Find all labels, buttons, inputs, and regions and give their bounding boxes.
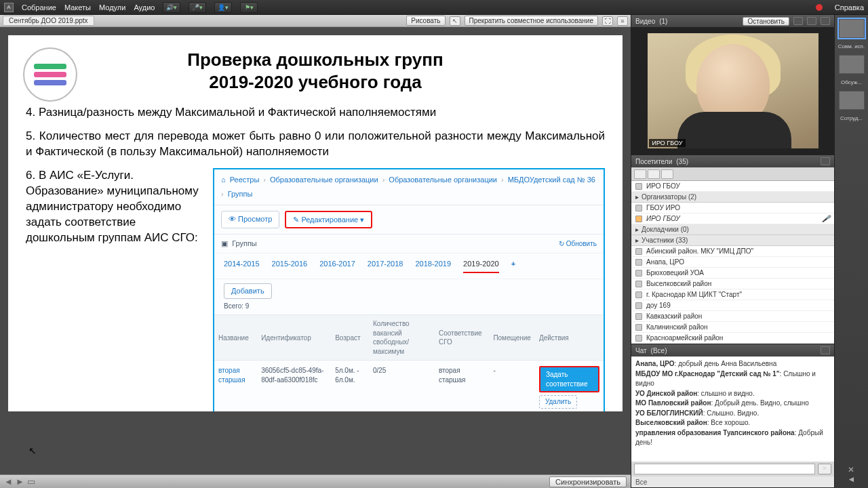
layout-thumbnails: Совм. исп. Обсуж... Сотруд... ✕◄	[834, 15, 868, 488]
attendee-row[interactable]: Брюховецкий УОА	[631, 268, 834, 279]
attendee-row[interactable]: Абинский район. МКУ "ИМЦ ДПО"	[631, 246, 834, 257]
breadcrumb: ⌂ Реестры› Образовательные организации› …	[214, 169, 604, 205]
group-organizers[interactable]: ▸ Организаторы (2)	[631, 192, 834, 203]
fullscreen-icon[interactable]: ⛶	[602, 16, 613, 26]
expand-icon[interactable]: ▣	[221, 239, 228, 249]
chat-input-bar: ➤	[631, 462, 834, 476]
person-icon	[635, 270, 642, 277]
prev-slide-button[interactable]: ◄	[4, 476, 13, 487]
layout-thumb[interactable]	[839, 19, 865, 38]
attendee-row[interactable]: Калининский район	[631, 322, 834, 333]
group-presenters[interactable]: ▸ Докладчики (0)	[631, 224, 834, 235]
attendee-row[interactable]: Красноармейский район	[631, 333, 834, 344]
attendee-view-icon[interactable]	[634, 169, 646, 179]
slide-list-icon[interactable]: ▭	[27, 476, 35, 487]
year-tab-active[interactable]: 2019-2020	[463, 259, 499, 273]
stop-video-button[interactable]: Остановить	[743, 17, 789, 26]
attendee-row[interactable]: Кавказский район	[631, 311, 834, 322]
grid-icon[interactable]	[793, 17, 803, 25]
person-icon	[635, 313, 642, 320]
add-year-button[interactable]: +	[511, 259, 515, 273]
slide-text-6: 6. В АИС «Е-Услуги. Образование» муницип…	[26, 168, 202, 411]
person-icon	[635, 216, 642, 222]
total-label: Всего: 9	[214, 300, 604, 315]
attendee-row[interactable]: ИРО ГБОУ🎤	[631, 214, 834, 224]
chat-messages: Анапа, ЦРО: добрый день Анна Васильевна …	[631, 357, 834, 462]
year-tab[interactable]: 2018-2019	[415, 259, 451, 273]
sync-button[interactable]: Синхронизировать	[549, 476, 627, 487]
set-match-button[interactable]: Задать соответствие	[539, 366, 599, 392]
menu-audio[interactable]: Аудио	[134, 3, 155, 12]
attendees-list: ИРО ГБОУ ▸ Организаторы (2) ГБОУ ИРО ИРО…	[631, 181, 834, 344]
refresh-button[interactable]: ↻ Обновить	[559, 239, 597, 249]
year-tab[interactable]: 2014-2015	[224, 259, 260, 273]
person-icon	[635, 302, 642, 309]
speaker-label: ИРО ГБОУ	[649, 139, 686, 147]
attendee-view-icon[interactable]	[648, 169, 660, 179]
attendee-view-icon[interactable]	[661, 169, 673, 179]
raise-hand-icon[interactable]: 👤▾	[214, 2, 232, 13]
document-tab[interactable]: Сентябрь ДОО 2019.pptx	[3, 16, 94, 26]
attendee-row[interactable]: Анапа, ЦРО	[631, 257, 834, 268]
video-title: Видео	[635, 18, 655, 25]
navigation-bar: ◄ ► ▭ Синхронизировать	[0, 474, 631, 488]
chat-scope-selector[interactable]: Все	[631, 476, 834, 487]
pod-options-icon[interactable]	[821, 346, 830, 354]
person-icon	[635, 281, 642, 287]
year-tab[interactable]: 2015-2016	[272, 259, 308, 273]
app-menubar: A Собрание Макеты Модули Аудио 🔊▾ 🎤▾ 👤▾ …	[0, 0, 868, 15]
layout-thumb[interactable]	[839, 91, 865, 110]
view-button[interactable]: 👁 Просмотр	[221, 211, 279, 229]
group-name-link[interactable]: вторая старшая	[214, 361, 257, 411]
fullscreen-icon[interactable]	[807, 17, 816, 25]
pod-options-icon[interactable]	[821, 17, 830, 25]
pod-options-icon[interactable]: ≡	[617, 16, 628, 26]
attendee-row[interactable]: г. Краснодар КМ ЦИКТ "Старт"	[631, 289, 834, 300]
video-feed: ИРО ГБОУ	[631, 27, 834, 155]
attendee-row[interactable]: Выселковский район	[631, 279, 834, 289]
edit-button[interactable]: ✎ Редактирование ▾	[285, 211, 372, 229]
microphone-icon[interactable]: 🎤▾	[189, 2, 206, 13]
presentation-slide: Проверка дошкольных групп2019-2020 учебн…	[8, 35, 623, 411]
embedded-screenshot: ⌂ Реестры› Образовательные организации› …	[213, 168, 605, 411]
year-tab[interactable]: 2016-2017	[319, 259, 355, 273]
add-group-button[interactable]: Добавить	[224, 283, 272, 299]
adobe-logo: A	[4, 3, 14, 12]
org-logo-icon	[23, 47, 77, 102]
pointer-icon[interactable]: ↖	[450, 16, 460, 26]
mic-icon: 🎤	[822, 215, 830, 222]
status-icon[interactable]: ⚑▾	[240, 2, 258, 13]
chat-input[interactable]	[634, 464, 815, 474]
slide-title: Проверка дошкольных групп2019-2020 учебн…	[26, 49, 605, 93]
stop-sharing-button[interactable]: Прекратить совместное использование	[465, 16, 599, 26]
attendee-self[interactable]: ИРО ГБОУ	[631, 181, 834, 192]
attendee-row[interactable]: доу 169	[631, 300, 834, 311]
slide-status-bar	[0, 460, 631, 474]
next-slide-button[interactable]: ►	[16, 476, 24, 487]
menu-modules[interactable]: Модули	[99, 3, 125, 12]
person-icon	[635, 205, 642, 211]
layout-thumb[interactable]	[839, 55, 865, 74]
attendee-row[interactable]: ГБОУ ИРО	[631, 203, 834, 214]
groups-table: НазваниеИдентификаторВозраст Количество …	[214, 314, 604, 411]
collapse-icon[interactable]: ✕◄	[848, 465, 856, 488]
groups-label: Группы	[232, 239, 257, 249]
menu-meeting[interactable]: Собрание	[22, 3, 56, 12]
send-button[interactable]: ➤	[818, 464, 831, 474]
year-tabs: 2014-2015 2015-2016 2016-2017 2017-2018 …	[214, 253, 604, 279]
attendees-title: Посетители	[635, 158, 672, 165]
speaker-icon[interactable]: 🔊▾	[163, 2, 180, 13]
attendees-toolbar	[631, 167, 834, 181]
group-participants[interactable]: ▸ Участники (33)	[631, 235, 834, 246]
person-icon	[635, 259, 642, 266]
person-icon	[635, 324, 642, 331]
home-icon: ⌂	[221, 175, 226, 185]
draw-button[interactable]: Рисовать	[406, 16, 445, 26]
year-tab[interactable]: 2017-2018	[368, 259, 403, 273]
chat-title: Чат	[635, 347, 647, 354]
menu-help[interactable]: Справка	[835, 3, 864, 12]
record-indicator-icon	[816, 4, 823, 11]
menu-layouts[interactable]: Макеты	[64, 3, 91, 12]
delete-button[interactable]: Удалить	[539, 395, 577, 409]
pod-options-icon[interactable]	[821, 157, 830, 165]
